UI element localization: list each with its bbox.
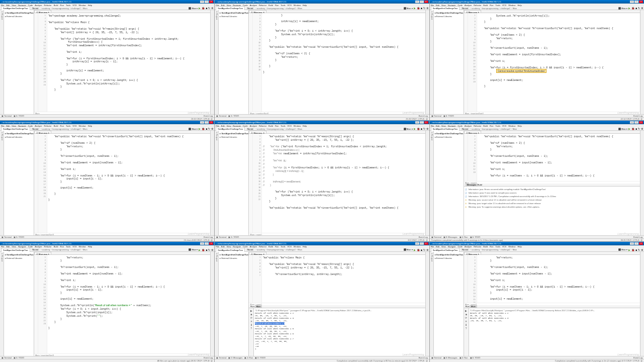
debug-icon[interactable]: 🐞 — [417, 127, 420, 130]
project-tree[interactable]: ▸ SortAlgorithmChallengeTwo▸ External Li… — [434, 10, 464, 114]
menu-analyze[interactable]: Analyze — [35, 125, 42, 127]
breadcrumb-Main[interactable]: › Main — [82, 248, 87, 251]
project-tree[interactable]: ▸ SortAlgorithmChallengeTwo▸ External Li… — [4, 131, 34, 235]
editor-area[interactable]: 12345678910111213141516171819 } intArray… — [249, 13, 425, 112]
restart-icon[interactable]: ⟳ — [250, 316, 252, 319]
run-config-selector[interactable]: ⬛ Main ▾ — [404, 128, 413, 130]
tree-libs[interactable]: ▸ External Libraries — [5, 256, 33, 260]
menu-analyze[interactable]: Analyze — [465, 125, 472, 127]
left-sidebar[interactable]: 1: Project — [430, 252, 434, 356]
close-button[interactable]: ✕ — [424, 121, 428, 124]
menu-window[interactable]: Window — [79, 125, 86, 127]
close-button[interactable]: ✕ — [209, 242, 213, 245]
menu-vcs[interactable]: VCS — [288, 125, 292, 127]
breadcrumb-learnprogramming[interactable]: › learnprogramming — [481, 248, 499, 251]
settings-icon[interactable]: ⚙ — [211, 248, 213, 251]
run-icon[interactable]: ▶ — [199, 127, 201, 130]
editor-area[interactable]: 12345678910111213141516171819202122 "kw"… — [249, 134, 425, 232]
left-sidebar[interactable]: 1: Project — [430, 10, 434, 114]
code-content[interactable]: "kw">public "kw">static "kw">void "fn">m… — [262, 134, 425, 232]
debug-icon[interactable]: 🐞 — [417, 248, 420, 251]
file-tab-main[interactable]: Ⓒ Main.java ✕ — [464, 252, 481, 254]
menu-run[interactable]: Run — [275, 4, 279, 7]
run-icon[interactable]: ▶ — [628, 7, 630, 10]
menu-build[interactable]: Build — [483, 245, 488, 248]
project-tab[interactable]: SortAlgorithmChallengeTwo — [1, 6, 30, 10]
run-icon[interactable]: ▶ — [199, 7, 201, 10]
close-button[interactable]: ✕ — [209, 121, 213, 124]
maximize-button[interactable]: □ — [634, 242, 638, 245]
menu-window[interactable]: Window — [294, 4, 301, 7]
rerun-icon[interactable]: ↻ — [208, 248, 210, 251]
rerun-icon[interactable]: ↻ — [638, 248, 640, 251]
file-tab-main[interactable]: Ⓒ Main.java ✕ — [34, 252, 51, 254]
menu-refactor[interactable]: Refactor — [259, 4, 266, 7]
maximize-button[interactable]: □ — [420, 1, 424, 3]
ext-pill[interactable]: No ext — [461, 248, 470, 251]
menu-refactor[interactable]: Refactor — [44, 125, 52, 127]
tree-libs[interactable]: ▸ External Libraries — [220, 256, 247, 260]
menu-help[interactable]: Help — [303, 4, 307, 7]
project-tree[interactable]: ▸ SortAlgorithmChallengeTwo▸ External Li… — [219, 10, 249, 114]
menu-tools[interactable]: Tools — [281, 245, 285, 248]
left-sidebar[interactable]: 1: Project — [215, 131, 219, 235]
minimize-button[interactable]: — — [200, 242, 204, 245]
left-sidebar[interactable]: 1: Project — [215, 252, 219, 356]
breadcrumb-learnprogramming[interactable]: › learnprogramming — [51, 7, 69, 10]
window-titlebar[interactable]: ...src/academy/learnprogramming/challeng… — [430, 121, 644, 124]
run-config-selector[interactable]: ⬛ Main ▾ — [189, 248, 198, 251]
help-icon[interactable]: ? — [466, 327, 467, 330]
code-content[interactable]: } intArray[i] = newElement; } "kw">for (… — [262, 13, 425, 112]
right-sidebar[interactable] — [210, 131, 214, 235]
code-content[interactable]: System.out."fn">println(intArray[i]); } … — [477, 13, 640, 112]
tree-root[interactable]: ▸ SortAlgorithmChallengeTwo — [220, 11, 247, 15]
menu-analyze[interactable]: Analyze — [465, 245, 472, 248]
run-config-selector[interactable]: ⬛ Main ▾ — [404, 248, 413, 251]
window-titlebar[interactable]: ...src/academy/learnprogramming/challeng… — [0, 121, 214, 124]
breadcrumb-challenge2[interactable]: › challenge2 — [70, 128, 81, 130]
close-icon[interactable]: ✕ — [250, 320, 252, 323]
stop-icon[interactable]: ■ — [421, 248, 422, 251]
tree-root[interactable]: ▸ SortAlgorithmChallengeTwo — [435, 132, 463, 135]
maximize-button[interactable]: □ — [205, 242, 209, 245]
file-tab-main[interactable]: Ⓒ Main.java ✕ — [249, 10, 266, 13]
menu-vcs[interactable]: VCS — [72, 125, 76, 127]
project-tree[interactable]: ▸ SortAlgorithmChallengeTwo▸ External Li… — [219, 252, 249, 356]
close-button[interactable]: ✕ — [639, 121, 643, 124]
window-titlebar[interactable]: ...src/academy/learnprogramming/challeng… — [0, 0, 214, 4]
file-tab-main[interactable]: Ⓒ Main.java ✕ — [34, 131, 51, 133]
breadcrumb-learnprogramming[interactable]: › learnprogramming — [481, 7, 499, 10]
file-tab-main[interactable]: Ⓒ Main.java ✕ — [249, 252, 266, 254]
menu-tools[interactable]: Tools — [66, 125, 70, 127]
menu-tools[interactable]: Tools — [496, 125, 500, 127]
rerun-icon[interactable]: ↻ — [423, 248, 425, 251]
minimize-button[interactable]: — — [415, 242, 419, 245]
code-content[interactable]: "kw">public "kw">static "kw">void "fn">i… — [47, 134, 210, 232]
close-button[interactable]: ✕ — [639, 242, 643, 245]
breadcrumb-learnprogramming[interactable]: › learnprogramming — [481, 128, 499, 130]
stop-icon[interactable]: ■ — [421, 127, 422, 130]
code-content[interactable]: "kw">public "kw">static "kw">void "fn">i… — [477, 134, 640, 180]
menu-run[interactable]: Run — [490, 245, 493, 248]
settings-icon[interactable]: ⚙ — [426, 7, 428, 10]
left-sidebar[interactable]: 1: Project — [0, 131, 4, 235]
maximize-button[interactable]: □ — [420, 121, 424, 124]
window-titlebar[interactable]: ...src/academy/learnprogramming/challeng… — [215, 0, 429, 4]
close-button[interactable]: ✕ — [424, 242, 428, 245]
menu-refactor[interactable]: Refactor — [259, 125, 266, 127]
ext-pill[interactable]: No ext — [246, 248, 255, 251]
menu-vcs[interactable]: VCS — [502, 4, 506, 7]
maximize-button[interactable]: □ — [634, 1, 638, 3]
tree-root[interactable]: ▸ SortAlgorithmChallengeTwo — [5, 253, 33, 256]
editor-area[interactable]: 1234567891011121314151617181920212223 "k… — [34, 255, 210, 353]
editor-area[interactable]: 1234567891011121314151617 "kw">return; }… — [464, 255, 640, 303]
right-sidebar[interactable] — [425, 131, 429, 235]
breadcrumb-challenge2[interactable]: › challenge2 — [70, 7, 81, 10]
menu-refactor[interactable]: Refactor — [474, 245, 481, 248]
menu-refactor[interactable]: Refactor — [44, 4, 52, 7]
line-gutter[interactable]: 1234567 — [253, 255, 262, 303]
settings-icon[interactable]: ⚙ — [641, 248, 643, 251]
menu-tools[interactable]: Tools — [66, 245, 70, 248]
run-icon[interactable]: ▶ — [414, 7, 416, 10]
stop-icon[interactable]: ■ — [635, 127, 637, 130]
